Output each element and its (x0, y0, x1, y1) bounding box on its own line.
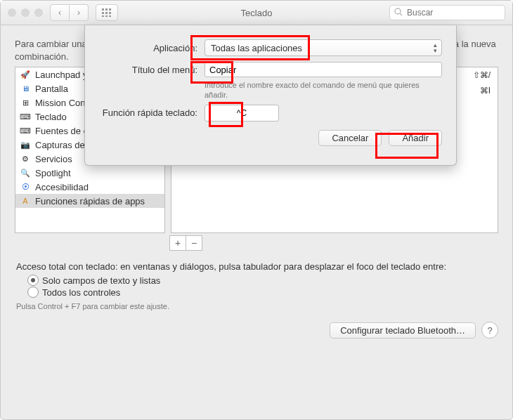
titlebar: ‹ › Teclado (1, 1, 512, 25)
app-shortcuts-icon: A (20, 195, 31, 206)
back-button[interactable]: ‹ (50, 4, 70, 21)
svg-rect-6 (102, 15, 104, 17)
full-keyboard-access-label: Acceso total con teclado: en ventanas y … (16, 261, 497, 272)
radio-label: Todos los controles (42, 287, 120, 298)
spotlight-icon: 🔍 (20, 167, 31, 178)
sidebar-item-label: Spotlight (35, 168, 71, 178)
help-button[interactable]: ? (481, 322, 498, 339)
radio-text-lists[interactable]: Solo campos de texto y listas (27, 275, 498, 286)
svg-rect-0 (102, 8, 104, 11)
svg-line-10 (400, 13, 402, 15)
radio-label: Solo campos de texto y listas (42, 275, 160, 286)
shortcut-keys: ⇧⌘/ (473, 70, 491, 80)
add-shortcut-button[interactable]: Añadir (389, 130, 442, 146)
grid-icon (102, 8, 112, 17)
close-icon[interactable] (8, 8, 16, 17)
svg-rect-4 (105, 12, 108, 14)
camera-icon: 📷 (20, 139, 31, 150)
sidebar-item-label: Pantalla (35, 84, 68, 94)
svg-rect-2 (109, 8, 111, 11)
application-select[interactable]: Todas las aplicaciones ▴▾ (204, 39, 442, 56)
svg-rect-1 (105, 8, 108, 11)
radio-all-controls[interactable]: Todos los controles (27, 287, 498, 298)
svg-rect-8 (109, 15, 111, 17)
keyboard-icon: ⌨ (20, 111, 31, 122)
sidebar-item-accessibility[interactable]: ⦿Accesibilidad (15, 180, 164, 194)
radio-icon (27, 287, 39, 298)
search-icon (394, 8, 403, 18)
add-remove-group: + − (169, 235, 498, 251)
sidebar-item-spotlight[interactable]: 🔍Spotlight (15, 166, 164, 180)
show-all-button[interactable] (96, 4, 118, 21)
shortcut-label: Función rápida teclado: (99, 107, 204, 118)
sidebar-item-label: Funciones rápidas de apps (35, 196, 145, 206)
traffic-lights (8, 8, 43, 17)
sidebar-item-app-shortcuts[interactable]: AFunciones rápidas de apps (15, 194, 164, 208)
select-value: Todas las aplicaciones (211, 43, 302, 53)
svg-rect-3 (102, 12, 104, 14)
search-field[interactable] (389, 5, 505, 20)
sidebar-item-label: Teclado (35, 112, 67, 122)
accessibility-icon: ⦿ (20, 181, 31, 192)
svg-point-9 (395, 8, 401, 14)
menu-title-hint: Introduce el nombre exacto del comando d… (204, 80, 442, 100)
minimize-icon[interactable] (21, 8, 30, 17)
search-input[interactable] (405, 7, 513, 18)
nav-group: ‹ › (50, 4, 89, 21)
shortcut-field[interactable] (204, 105, 279, 122)
cancel-button[interactable]: Cancelar (318, 130, 382, 146)
input-icon: ⌨ (20, 125, 31, 136)
hint-text: Pulsa Control + F7 para cambiar este aju… (16, 302, 497, 310)
svg-rect-5 (109, 12, 111, 14)
remove-button[interactable]: − (186, 235, 202, 251)
sidebar-item-label: Servicios (35, 154, 72, 164)
configure-bluetooth-button[interactable]: Configurar teclado Bluetooth… (330, 322, 476, 339)
chevron-updown-icon: ▴▾ (434, 42, 437, 53)
mission-icon: ⊞ (20, 97, 31, 108)
shortcut-keys: ⌘I (480, 86, 491, 96)
svg-rect-7 (105, 15, 108, 17)
add-shortcut-sheet: Aplicación: Todas las aplicaciones ▴▾ Tí… (84, 25, 457, 166)
menu-title-label: Título del menú: (99, 65, 204, 75)
forward-button[interactable]: › (70, 4, 89, 21)
add-button[interactable]: + (169, 235, 186, 251)
radio-icon (27, 275, 39, 286)
sidebar-item-label: Accesibilidad (35, 182, 89, 192)
display-icon: 🖥 (20, 83, 31, 94)
menu-title-field[interactable] (204, 62, 442, 77)
zoom-icon[interactable] (34, 8, 43, 17)
application-label: Aplicación: (99, 43, 204, 53)
launchpad-icon: 🚀 (20, 69, 31, 80)
gear-icon: ⚙ (20, 153, 31, 164)
